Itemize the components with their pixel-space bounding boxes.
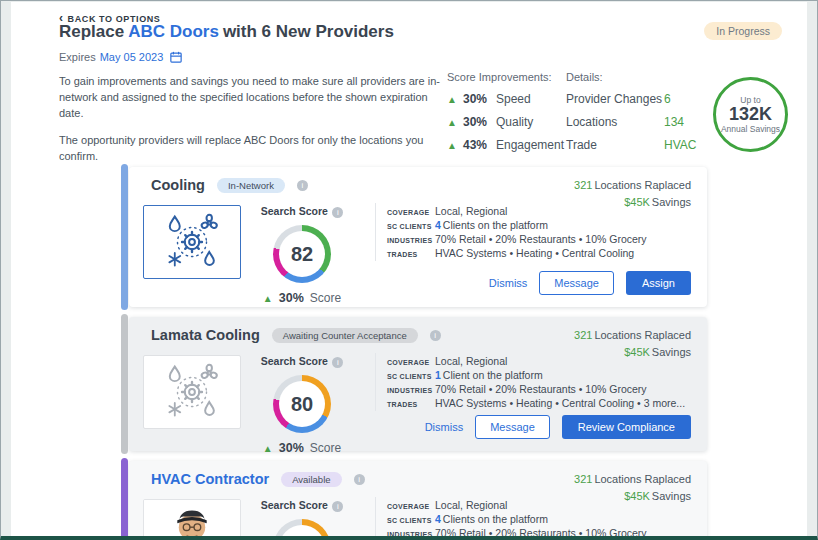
trades-label: TRADES — [387, 251, 435, 258]
card-accent-bar — [121, 314, 128, 454]
savings-label: Savings — [652, 346, 691, 358]
info-icon[interactable]: i — [332, 501, 343, 512]
industries-value: 70% Retail • 20% Restaurants • 10% Groce… — [435, 383, 647, 395]
review-compliance-button[interactable]: Review Compliance — [562, 415, 691, 439]
details-row: Provider Changes 6 — [566, 92, 698, 106]
industries-value: 70% Retail • 20% Restaurants • 10% Groce… — [435, 527, 647, 539]
info-icon[interactable]: i — [297, 180, 308, 191]
search-score-label: Search Score — [261, 355, 328, 367]
intro-paragraph-1: To gain improvements and savings you nee… — [59, 74, 441, 122]
divider — [375, 203, 376, 261]
annual-savings-badge: Up to 132K Annual Savings — [713, 77, 788, 152]
score-improvements-heading: Score Improvements: — [447, 71, 565, 83]
locations-label: Locations Raplaced — [594, 179, 691, 191]
up-triangle-icon: ▲ — [447, 117, 463, 128]
savings-circle-bottom: Annual Savings — [721, 124, 780, 134]
details-label: Trade — [566, 138, 664, 152]
provider-card-cooling: Cooling In-Network i 321Locations Raplac… — [129, 167, 707, 307]
improvement-label: Speed — [496, 92, 531, 106]
sc-clients-label: SC CLIENTS — [387, 517, 435, 524]
improvement-row: ▲ 30% Speed — [447, 92, 565, 106]
title-provider-link[interactable]: ABC Doors — [128, 22, 219, 41]
provider-title: Cooling — [151, 177, 205, 193]
savings-circle-amount: 132K — [729, 105, 772, 125]
locations-count: 321 — [574, 179, 592, 191]
intro-text: To gain improvements and savings you nee… — [59, 74, 441, 165]
search-score-label: Search Score — [261, 499, 328, 511]
expires-date[interactable]: May 05 2023 — [100, 51, 164, 63]
locations-label: Locations Raplaced — [594, 329, 691, 341]
search-score-ring: 87 — [273, 519, 331, 540]
savings-label: Savings — [652, 196, 691, 208]
divider — [375, 497, 376, 540]
provider-title-link[interactable]: HVAC Contractor — [151, 471, 269, 487]
locations-replaced: 321Locations Raplaced — [574, 327, 691, 344]
sc-clients-label: SC CLIENTS — [387, 223, 435, 230]
dismiss-button[interactable]: Dismiss — [425, 421, 464, 433]
industries-value: 70% Retail • 20% Restaurants • 10% Groce… — [435, 233, 647, 245]
awaiting-status-pill: Awaiting Counter Acceptance — [272, 328, 418, 343]
locations-count: 321 — [574, 473, 592, 485]
provider-card-hvac-contractor: HVAC Contractor Available i 321Locations… — [129, 461, 707, 540]
score-value: 87 — [279, 525, 325, 540]
savings-label: Savings — [652, 490, 691, 502]
card-accent-bar — [121, 164, 128, 310]
search-score-ring: 80 — [273, 375, 331, 433]
score-change-value: 30% — [279, 291, 304, 305]
improvement-value: 43% — [463, 138, 496, 152]
expires-label: Expires — [59, 51, 96, 63]
divider — [375, 353, 376, 411]
locations-replaced: 321Locations Raplaced — [574, 471, 691, 488]
score-value: 82 — [279, 231, 325, 277]
coverage-label: COVERAGE — [387, 209, 435, 216]
clients-count: 1 — [435, 369, 441, 381]
improvement-value: 30% — [463, 92, 496, 106]
available-status-pill: Available — [281, 472, 341, 487]
score-change: ▲ 30% Score — [247, 441, 357, 455]
info-icon[interactable]: i — [430, 330, 441, 341]
details-value: HVAC — [664, 138, 696, 152]
clients-text: Clients on the platform — [443, 513, 548, 525]
improvement-label: Engagement — [496, 138, 564, 152]
calendar-icon[interactable] — [170, 51, 182, 65]
app-window: ‹BACK TO OPTIONS ReplaceABC Doorswith 6 … — [0, 0, 818, 540]
page-title: ReplaceABC Doorswith 6 New Providers — [59, 22, 394, 42]
score-change-value: 30% — [279, 441, 304, 455]
locations-label: Locations Raplaced — [594, 473, 691, 485]
person-avatar-icon — [144, 499, 240, 540]
coverage-label: COVERAGE — [387, 359, 435, 366]
locations-count: 321 — [574, 329, 592, 341]
improvement-row: ▲ 43% Engagement — [447, 138, 565, 152]
network-status-pill: In-Network — [217, 178, 285, 193]
trades-value: HVAC Systems • Heating • Central Cooling — [435, 247, 634, 259]
info-icon[interactable]: i — [354, 474, 365, 485]
card-accent-bar — [121, 458, 128, 540]
details-label: Provider Changes — [566, 92, 664, 106]
title-prefix: Replace — [59, 22, 124, 41]
up-triangle-icon: ▲ — [263, 443, 273, 454]
dismiss-button[interactable]: Dismiss — [489, 277, 528, 289]
info-icon[interactable]: i — [332, 357, 343, 368]
clients-text: Client on the platform — [443, 369, 543, 381]
provider-card-lamata-cooling: Lamata Cooling Awaiting Counter Acceptan… — [129, 317, 707, 451]
info-icon[interactable]: i — [332, 207, 343, 218]
message-button[interactable]: Message — [475, 415, 550, 439]
contractor-avatar[interactable] — [143, 499, 241, 540]
coverage-label: COVERAGE — [387, 503, 435, 510]
details-panel: Details: Provider Changes 6 Locations 13… — [566, 71, 698, 161]
provider-title: Lamata Cooling — [151, 327, 260, 343]
industries-label: INDUSTRIES — [387, 531, 435, 538]
intro-paragraph-2: The opportunity providers will replace A… — [59, 133, 441, 165]
score-change-label: Score — [310, 441, 341, 455]
message-button[interactable]: Message — [539, 271, 614, 295]
details-value: 6 — [664, 92, 671, 106]
locations-replaced: 321Locations Raplaced — [574, 177, 691, 194]
hvac-icon — [163, 213, 221, 271]
trades-value: HVAC Systems • Heating • Central Cooling… — [435, 397, 685, 409]
details-row: Trade HVAC — [566, 138, 698, 152]
assign-button[interactable]: Assign — [626, 271, 691, 295]
improvement-row: ▲ 30% Quality — [447, 115, 565, 129]
title-suffix: with 6 New Providers — [223, 22, 394, 41]
details-value: 134 — [664, 115, 684, 129]
up-triangle-icon: ▲ — [447, 94, 463, 105]
